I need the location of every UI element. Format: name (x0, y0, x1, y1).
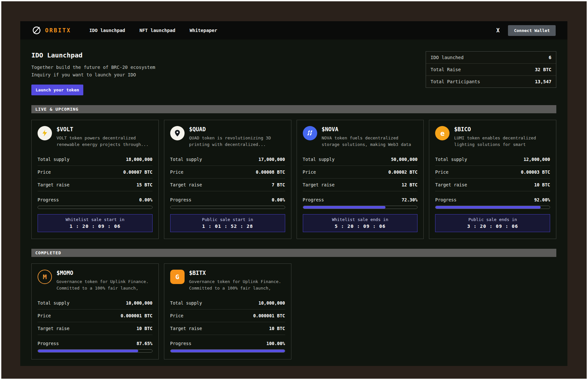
field-value: 10,000,000 (258, 300, 285, 306)
main-content: IDO Launchpad Together build the future … (20, 51, 567, 359)
countdown-panel: Public sale start in 1 : 01 : 52 : 28 (170, 214, 285, 232)
app-window: ORBITX IDO launchpad NFT launchpad White… (20, 21, 567, 366)
bitx-g-letter-icon: G (170, 270, 185, 284)
token-symbol: $VOLT (57, 126, 153, 133)
countdown-time: 1 : 20 : 09 : 06 (38, 224, 152, 229)
token-symbol: $BITX (189, 270, 285, 276)
orbit-logo-icon (32, 26, 41, 35)
field-value: 10 BTC (269, 326, 285, 331)
progress-fill (303, 206, 386, 209)
field-value: 0.000001 BTC (121, 313, 153, 318)
progress-label: Progress (170, 197, 191, 202)
field-label: Total supply (170, 300, 202, 306)
token-description: QUAD token is revolutionizing 3D printin… (189, 135, 285, 148)
stats-value: 32 BTC (535, 67, 551, 72)
countdown-time: 5 : 20 : 09 : 06 (303, 224, 417, 229)
field-value: 10,000,000 (126, 300, 152, 306)
countdown-time: 1 : 01 : 52 : 28 (171, 224, 285, 229)
field-label: Price (170, 313, 184, 318)
field-label: Total supply (303, 157, 335, 162)
launch-your-token-button[interactable]: Launch your token (31, 85, 83, 95)
ido-card-momo[interactable]: M $MOMO Governance token for Uplink Fina… (31, 263, 159, 359)
stats-box: IDO launched 6 Total Raise 32 BTC Total … (426, 51, 556, 88)
token-symbol: $BICO (454, 126, 550, 133)
progress-percent: 100.00% (267, 341, 285, 346)
progress-label: Progress (38, 341, 59, 346)
progress-bar (303, 206, 418, 209)
nav-right: X Connect Wallet (496, 25, 556, 36)
total-supply-row: Total supply 18,000,000 (38, 153, 153, 166)
progress-bar (170, 206, 285, 209)
card-head: e $BICO LUMI token enables decentralized… (435, 126, 550, 148)
section-header-live-upcoming: LIVE & UPCOMING (31, 105, 556, 113)
nav-links: IDO launchpad NFT launchpad Whitepaper (89, 28, 217, 33)
progress-label: Progress (170, 341, 191, 346)
field-value: 10 BTC (534, 182, 550, 187)
card-head: $NOVA NOVA token fuels decentralized sto… (303, 126, 418, 148)
ido-card-bico[interactable]: e $BICO LUMI token enables decentralized… (429, 120, 556, 239)
bico-e-letter-icon: e (435, 126, 449, 140)
field-label: Target raise (435, 182, 467, 187)
ido-card-nova[interactable]: $NOVA NOVA token fuels decentralized sto… (297, 120, 424, 239)
field-label: Target raise (38, 326, 70, 331)
hero-subtitle-1: Together build the future of BRC-20 ecos… (31, 64, 155, 71)
field-value: 18,000,000 (126, 157, 152, 162)
card-head-text: $MOMO Governance token for Uplink Financ… (57, 270, 153, 292)
target-raise-row: Target raise 7 BTC (170, 179, 285, 191)
progress-percent: 0.00% (139, 197, 153, 202)
ido-card-quad[interactable]: $QUAD QUAD token is revolutionizing 3D p… (164, 120, 291, 239)
progress-fill (435, 206, 541, 209)
field-value: 12,000,000 (524, 157, 550, 162)
total-supply-row: Total supply 50,000,000 (303, 153, 418, 166)
stats-row-total-participants: Total Participants 13,547 (426, 76, 556, 87)
token-symbol: $QUAD (189, 126, 285, 133)
stats-label: IDO launched (431, 55, 464, 60)
countdown-panel: Whitelist sale start in 1 : 20 : 09 : 06 (38, 214, 153, 232)
field-value: 0.00007 BTC (123, 169, 152, 175)
progress-label: Progress (303, 197, 324, 202)
field-value: 0.00003 BTC (521, 169, 550, 175)
card-head: G $BITX Governance token for Uplink Fina… (170, 270, 285, 292)
hero-section: IDO Launchpad Together build the future … (31, 51, 556, 95)
field-value: 10 BTC (137, 326, 153, 331)
countdown-title: Whitelist sale start in (38, 217, 152, 222)
field-label: Total supply (170, 157, 202, 162)
card-head: $QUAD QUAD token is revolutionizing 3D p… (170, 126, 285, 148)
progress-fill (171, 350, 285, 352)
field-value: 0.00002 BTC (388, 169, 417, 175)
price-row: Price 0.000001 BTC (38, 309, 153, 322)
token-description: LUMI token enables decentralized lightin… (454, 135, 550, 148)
field-label: Price (170, 169, 184, 175)
countdown-title: Public sale ends in (435, 217, 550, 222)
token-description: VOLT token powers decentralized renewabl… (57, 135, 153, 148)
stats-value: 6 (549, 55, 551, 60)
card-head: $VOLT VOLT token powers decentralized re… (38, 126, 153, 148)
field-value: 0.00008 BTC (256, 169, 285, 175)
brand-logo-link[interactable]: ORBITX (32, 26, 71, 35)
x-twitter-icon[interactable]: X (496, 27, 499, 34)
price-row: Price 0.00002 BTC (303, 166, 418, 179)
progress-percent: 87.65% (137, 341, 153, 346)
progress-bar (38, 349, 153, 353)
field-label: Target raise (303, 182, 335, 187)
nav-link-whitepaper[interactable]: Whitepaper (190, 28, 217, 33)
nav-link-nft-launchpad[interactable]: NFT launchpad (139, 28, 175, 33)
price-row: Price 0.00007 BTC (38, 166, 153, 179)
progress-label: Progress (38, 197, 59, 202)
stats-value: 13,547 (535, 79, 551, 84)
field-label: Total supply (38, 157, 70, 162)
card-head-text: $QUAD QUAD token is revolutionizing 3D p… (189, 126, 285, 148)
connect-wallet-button[interactable]: Connect Wallet (508, 25, 556, 36)
ido-card-bitx[interactable]: G $BITX Governance token for Uplink Fina… (164, 263, 291, 359)
progress-label: Progress (435, 197, 456, 202)
ido-card-volt[interactable]: $VOLT VOLT token powers decentralized re… (31, 120, 159, 239)
countdown-time: 3 : 20 : 09 : 06 (435, 224, 550, 229)
field-label: Price (38, 169, 51, 175)
field-value: 7 BTC (272, 182, 285, 187)
progress-bar (38, 206, 153, 209)
progress-row: Progress 0.00% (170, 197, 285, 202)
nav-link-ido-launchpad[interactable]: IDO launchpad (89, 28, 125, 33)
field-label: Target raise (38, 182, 70, 187)
target-raise-row: Target raise 12 BTC (303, 179, 418, 191)
total-supply-row: Total supply 10,000,000 (170, 297, 285, 309)
